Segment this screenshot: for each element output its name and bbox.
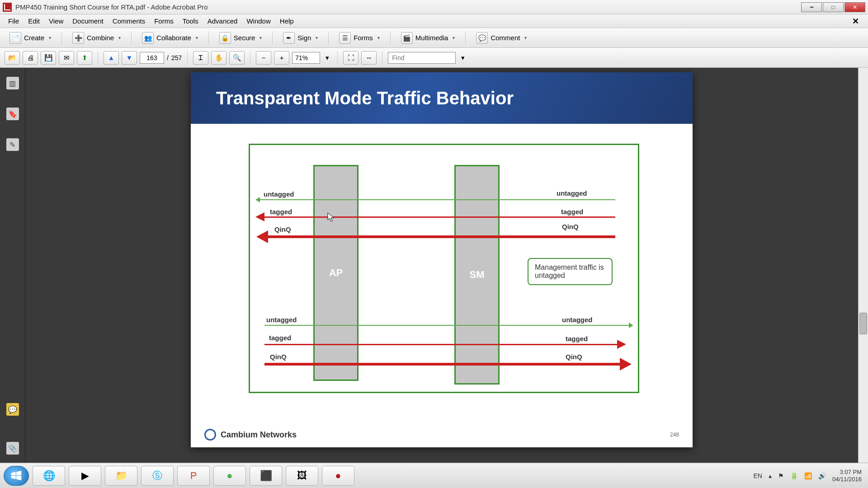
page-canvas[interactable]: Transparent Mode Traffic Behavior AP SM …	[25, 68, 858, 463]
tray-flag-icon[interactable]: ⚑	[778, 472, 784, 479]
window-close-button[interactable]: ✕	[844, 2, 865, 12]
scrollbar-thumb[interactable]	[859, 313, 867, 334]
arrow-left-red-big-icon	[256, 230, 268, 243]
zoom-level-input[interactable]	[292, 52, 320, 64]
tray-battery-icon[interactable]: 🔋	[790, 472, 798, 479]
menu-document[interactable]: Document	[68, 15, 108, 27]
select-tool-button[interactable]: Ꮖ	[193, 51, 208, 65]
callout-management-traffic: Management traffic is untagged	[528, 258, 613, 285]
slide-footer: Cambium Networks 248	[191, 422, 693, 447]
menu-tools[interactable]: Tools	[178, 15, 203, 27]
separator	[390, 31, 391, 45]
label-untagged-bot-right: untagged	[562, 316, 593, 324]
document-close-button[interactable]: ✕	[848, 14, 863, 28]
combine-button[interactable]: ➕Combine	[67, 30, 126, 46]
tray-date: 04/11/2016	[832, 476, 862, 483]
task-media-player[interactable]: ▶	[69, 466, 101, 486]
forms-icon: ☰	[339, 32, 351, 44]
task-explorer[interactable]: 📁	[105, 466, 137, 486]
attachments-panel-icon[interactable]: 📎	[6, 442, 19, 455]
fit-page-button[interactable]: ⛶	[343, 51, 359, 65]
page-total: 257	[171, 54, 182, 61]
label-qinq-top-left: QinQ	[274, 225, 291, 233]
comments-panel-icon[interactable]: 💬	[6, 403, 19, 416]
open-button[interactable]: 📂	[5, 51, 20, 65]
menu-help[interactable]: Help	[275, 15, 298, 27]
comment-button[interactable]: 💬Comment	[471, 30, 532, 46]
arrow-left-red-icon	[255, 212, 264, 221]
menu-forms[interactable]: Forms	[150, 15, 178, 27]
menu-comments[interactable]: Comments	[108, 15, 150, 27]
bookmarks-panel-icon[interactable]: 🔖	[6, 108, 19, 120]
arrow-right-green-icon	[629, 323, 633, 328]
arrow-left-green-icon	[255, 197, 260, 202]
zoom-dropdown[interactable]: ▾	[323, 51, 332, 65]
sign-button[interactable]: ✒Sign	[278, 30, 323, 46]
zoom-in-button[interactable]: +	[274, 51, 289, 65]
create-label: Create	[24, 34, 44, 42]
tray-network-icon[interactable]: 📶	[804, 472, 812, 479]
task-acrobat[interactable]: ⬛	[250, 466, 282, 486]
separator	[61, 31, 62, 45]
slide-title: Transparent Mode Traffic Behavior	[191, 72, 693, 124]
window-maximize-button[interactable]: □	[823, 2, 844, 12]
document-area: ▥ 🔖 ✎ 💬 📎 Transparent Mode Traffic Behav…	[0, 68, 868, 463]
find-dropdown[interactable]: ▾	[458, 51, 467, 65]
menu-window[interactable]: Window	[242, 15, 275, 27]
language-indicator[interactable]: EN	[753, 472, 762, 479]
marquee-zoom-button[interactable]: 🔍	[229, 51, 245, 65]
label-tagged-top-right: tagged	[561, 208, 583, 216]
upload-button[interactable]: ⬆	[77, 51, 92, 65]
collaborate-button[interactable]: 👥Collaborate	[137, 30, 203, 46]
tray-clock[interactable]: 3:07 PM 04/11/2016	[832, 469, 864, 483]
primary-toolbar: 📄Create ➕Combine 👥Collaborate 🔒Secure ✒S…	[0, 28, 868, 48]
prev-page-button[interactable]: ▲	[104, 51, 119, 65]
menu-advanced[interactable]: Advanced	[203, 15, 242, 27]
separator	[131, 31, 132, 45]
pages-panel-icon[interactable]: ▥	[6, 77, 19, 89]
task-skype[interactable]: Ⓢ	[141, 466, 174, 486]
line-qinq-bottom	[264, 363, 621, 366]
separator	[187, 51, 188, 65]
page-number-input[interactable]	[140, 52, 164, 64]
task-powerpoint[interactable]: P	[177, 466, 210, 486]
menu-file[interactable]: File	[4, 15, 24, 27]
email-button[interactable]: ✉	[59, 51, 74, 65]
print-button[interactable]: 🖨	[23, 51, 38, 65]
task-ie[interactable]: 🌐	[33, 466, 65, 486]
forms-label: Forms	[354, 34, 373, 42]
slide-body: AP SM untagged untagged tagged tagged Qi…	[191, 124, 693, 422]
save-button[interactable]: 💾	[41, 51, 56, 65]
system-tray: EN ▴ ⚑ 🔋 📶 🔊 3:07 PM 04/11/2016	[753, 469, 864, 483]
task-green-app[interactable]: ●	[213, 466, 246, 486]
create-button[interactable]: 📄Create	[5, 30, 56, 46]
fit-width-button[interactable]: ↔	[361, 51, 377, 65]
secure-button[interactable]: 🔒Secure	[214, 30, 267, 46]
multimedia-button[interactable]: 🎬Multimedia	[396, 30, 460, 46]
window-minimize-button[interactable]: ━	[801, 2, 822, 12]
separator	[328, 31, 329, 45]
vertical-scrollbar[interactable]	[858, 68, 868, 463]
task-recorder[interactable]: ●	[322, 466, 354, 486]
zoom-out-button[interactable]: −	[256, 51, 271, 65]
tray-chevron-up-icon[interactable]: ▴	[769, 472, 772, 479]
task-photos[interactable]: 🖼	[286, 466, 318, 486]
forms-button[interactable]: ☰Forms	[334, 30, 385, 46]
line-untagged-top	[258, 199, 615, 200]
app-icon	[3, 3, 12, 12]
label-untagged-top-left: untagged	[264, 190, 294, 198]
comment-icon: 💬	[476, 32, 488, 44]
find-input[interactable]	[388, 52, 456, 64]
tray-volume-icon[interactable]: 🔊	[818, 472, 826, 479]
start-button[interactable]	[4, 466, 29, 486]
window-titlebar: PMP450 Training Short Course for RTA.pdf…	[0, 0, 868, 14]
combine-icon: ➕	[72, 32, 84, 44]
create-icon: 📄	[9, 32, 21, 44]
next-page-button[interactable]: ▼	[122, 51, 137, 65]
menu-view[interactable]: View	[44, 15, 68, 27]
line-untagged-bottom	[264, 325, 630, 326]
sign-label: Sign	[297, 34, 311, 42]
signatures-panel-icon[interactable]: ✎	[6, 138, 19, 151]
menu-edit[interactable]: Edit	[24, 15, 44, 27]
hand-tool-button[interactable]: ✋	[211, 51, 226, 65]
